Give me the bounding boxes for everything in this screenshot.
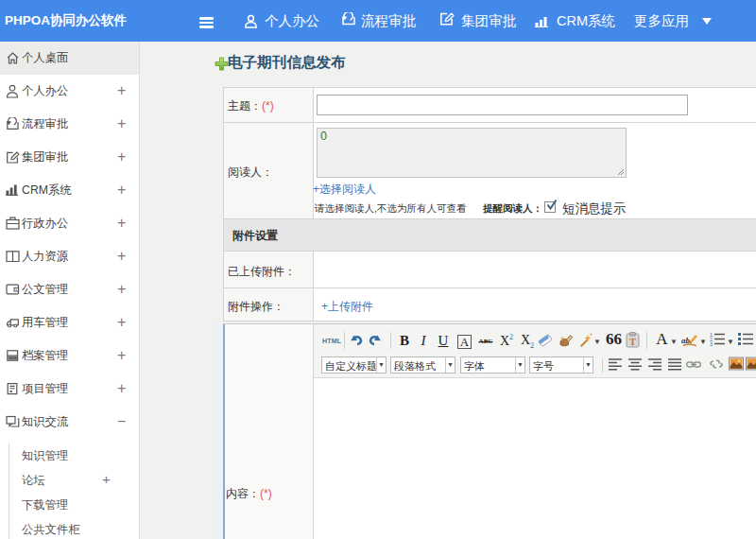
svg-text:ab: ab (681, 336, 691, 345)
svg-text:3: 3 (710, 341, 713, 346)
svg-text:T: T (629, 337, 636, 347)
